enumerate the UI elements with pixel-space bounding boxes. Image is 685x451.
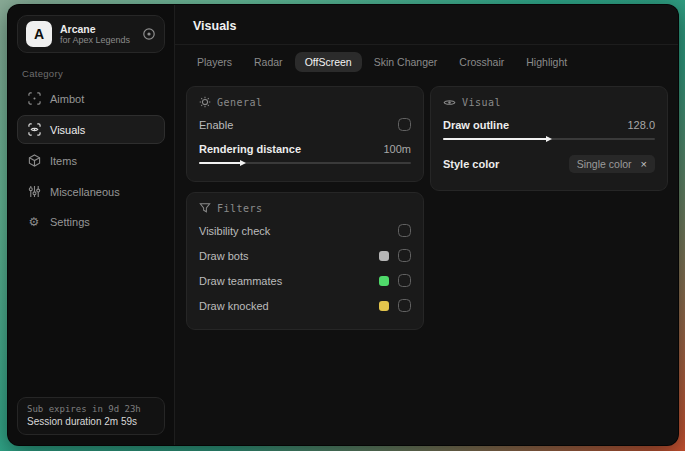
sidebar-nav: Aimbot Visuals bbox=[17, 84, 165, 236]
style-color-select[interactable]: Single color × bbox=[569, 155, 655, 173]
style-color-selected-value: Single color bbox=[577, 158, 632, 170]
style-color-label: Style color bbox=[443, 158, 499, 170]
tab-highlight[interactable]: Highlight bbox=[516, 52, 577, 72]
sidebar-item-aimbot[interactable]: Aimbot bbox=[17, 84, 165, 113]
draw-teammates-label: Draw teammates bbox=[199, 275, 282, 287]
filters-panel-header: Filters bbox=[199, 202, 411, 214]
draw-outline-row: Draw outline 128.0 bbox=[443, 113, 655, 133]
tab-radar[interactable]: Radar bbox=[244, 52, 293, 72]
visibility-check-checkbox[interactable] bbox=[398, 224, 411, 237]
eye-icon bbox=[443, 96, 456, 109]
draw-bots-color-swatch[interactable] bbox=[379, 251, 389, 261]
slider-fill bbox=[199, 162, 241, 164]
draw-knocked-row: Draw knocked bbox=[199, 293, 411, 318]
category-label: Category bbox=[22, 68, 160, 79]
sidebar-item-label: Items bbox=[50, 155, 77, 167]
filters-panel-title: Filters bbox=[217, 203, 263, 214]
logo-card: A Arcane for Apex Legends bbox=[17, 15, 165, 53]
sidebar-item-label: Miscellaneous bbox=[50, 186, 120, 198]
tab-offscreen[interactable]: OffScreen bbox=[295, 52, 362, 72]
enable-checkbox[interactable] bbox=[398, 118, 411, 131]
visual-panel-header: Visual bbox=[443, 96, 655, 109]
slider-thumb[interactable] bbox=[240, 160, 246, 166]
enable-label: Enable bbox=[199, 119, 233, 131]
visibility-check-label: Visibility check bbox=[199, 225, 270, 237]
draw-knocked-label: Draw knocked bbox=[199, 300, 269, 312]
draw-outline-label: Draw outline bbox=[443, 119, 509, 131]
draw-knocked-color-swatch[interactable] bbox=[379, 301, 389, 311]
content: General Enable Rendering distance 100m bbox=[175, 74, 678, 330]
app-window: A Arcane for Apex Legends Category bbox=[7, 4, 679, 446]
general-panel-title: General bbox=[217, 97, 263, 108]
rendering-distance-value: 100m bbox=[383, 143, 411, 155]
sidebar-item-label: Settings bbox=[50, 216, 90, 228]
sub-expires-text: Sub expires in 9d 23h bbox=[27, 404, 155, 414]
page-title: Visuals bbox=[193, 19, 237, 33]
session-duration-text: Session duration 2m 59s bbox=[27, 416, 155, 427]
draw-bots-checkbox[interactable] bbox=[398, 249, 411, 262]
sidebar-item-label: Visuals bbox=[50, 124, 85, 136]
sidebar-item-settings[interactable]: ⚙ Settings bbox=[17, 208, 165, 236]
sidebar-item-visuals[interactable]: Visuals bbox=[17, 115, 165, 144]
draw-outline-value: 128.0 bbox=[627, 119, 655, 131]
logo-text: Arcane for Apex Legends bbox=[60, 23, 130, 45]
eye-scan-icon bbox=[27, 123, 41, 136]
draw-bots-label: Draw bots bbox=[199, 250, 249, 262]
general-panel: General Enable Rendering distance 100m bbox=[186, 86, 424, 182]
app-title: Arcane bbox=[60, 23, 130, 35]
filters-panel: Filters Visibility check Draw bots bbox=[186, 192, 424, 330]
sidebar-item-label: Aimbot bbox=[50, 93, 84, 105]
sidebar-item-items[interactable]: Items bbox=[17, 146, 165, 175]
sliders-icon bbox=[27, 185, 41, 198]
funnel-icon bbox=[199, 202, 211, 214]
cube-icon bbox=[27, 154, 41, 167]
draw-knocked-checkbox[interactable] bbox=[398, 299, 411, 312]
clear-selection-icon[interactable]: × bbox=[641, 159, 647, 170]
right-column: Visual Draw outline 128.0 Style color bbox=[430, 86, 668, 191]
tab-crosshair[interactable]: Crosshair bbox=[449, 52, 514, 72]
visibility-check-row: Visibility check bbox=[199, 218, 411, 243]
app-subtitle: for Apex Legends bbox=[60, 35, 130, 45]
general-panel-header: General bbox=[199, 96, 411, 108]
main-header: Visuals bbox=[175, 5, 678, 45]
rendering-distance-slider[interactable] bbox=[199, 158, 411, 167]
visual-panel-title: Visual bbox=[462, 97, 501, 108]
gear-icon: ⚙ bbox=[27, 216, 41, 228]
tab-players[interactable]: Players bbox=[187, 52, 242, 72]
tab-skin-changer[interactable]: Skin Changer bbox=[364, 52, 448, 72]
sidebar-item-miscellaneous[interactable]: Miscellaneous bbox=[17, 177, 165, 206]
slider-fill bbox=[443, 138, 547, 140]
tab-bar: Players Radar OffScreen Skin Changer Cro… bbox=[175, 45, 678, 74]
draw-teammates-color-swatch[interactable] bbox=[379, 276, 389, 286]
rendering-distance-row: Rendering distance 100m bbox=[199, 137, 411, 157]
crosshair-scan-icon bbox=[27, 92, 41, 105]
slider-thumb[interactable] bbox=[546, 136, 552, 142]
main-area: Visuals Players Radar OffScreen Skin Cha… bbox=[175, 5, 678, 445]
rendering-distance-label: Rendering distance bbox=[199, 143, 301, 155]
draw-outline-slider[interactable] bbox=[443, 134, 655, 143]
sun-icon bbox=[199, 96, 211, 108]
draw-teammates-row: Draw teammates bbox=[199, 268, 411, 293]
style-color-row: Style color Single color × bbox=[443, 146, 655, 179]
draw-teammates-checkbox[interactable] bbox=[398, 274, 411, 287]
subscription-info-card: Sub expires in 9d 23h Session duration 2… bbox=[17, 397, 165, 435]
app-logo: A bbox=[26, 21, 52, 47]
draw-bots-row: Draw bots bbox=[199, 243, 411, 268]
target-badge-icon[interactable] bbox=[142, 27, 156, 41]
enable-row: Enable bbox=[199, 112, 411, 137]
left-column: General Enable Rendering distance 100m bbox=[186, 86, 424, 330]
sidebar: A Arcane for Apex Legends Category bbox=[8, 5, 175, 445]
visual-panel: Visual Draw outline 128.0 Style color bbox=[430, 86, 668, 191]
